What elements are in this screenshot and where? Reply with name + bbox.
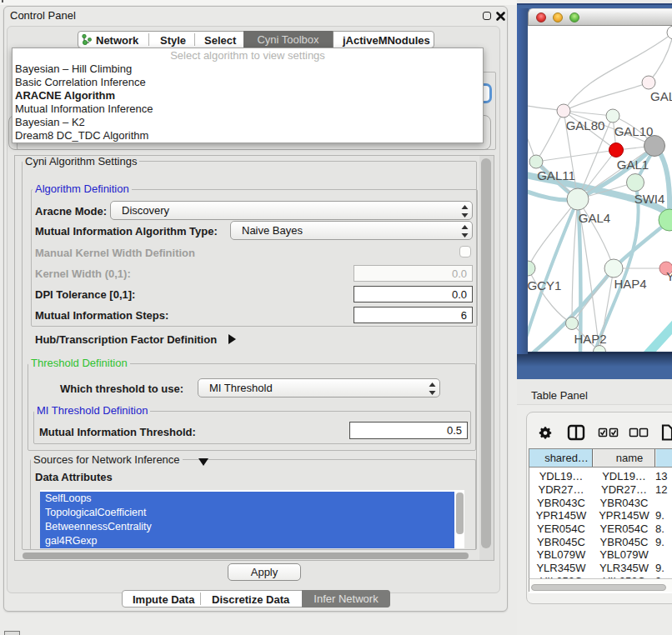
- svg-text:GAL10: GAL10: [614, 124, 654, 138]
- svg-text:HAP2: HAP2: [574, 332, 606, 346]
- svg-text:GAL1: GAL1: [617, 158, 649, 172]
- svg-text:GAL4: GAL4: [579, 211, 610, 225]
- svg-text:GAL11: GAL11: [537, 168, 575, 182]
- svg-text:SWI4: SWI4: [634, 192, 665, 206]
- svg-text:GAL: GAL: [650, 89, 672, 103]
- svg-text:HAP4: HAP4: [614, 277, 646, 291]
- svg-text:Y: Y: [666, 269, 672, 283]
- svg-text:GCY1: GCY1: [528, 278, 561, 292]
- svg-text:GAL80: GAL80: [566, 118, 605, 132]
